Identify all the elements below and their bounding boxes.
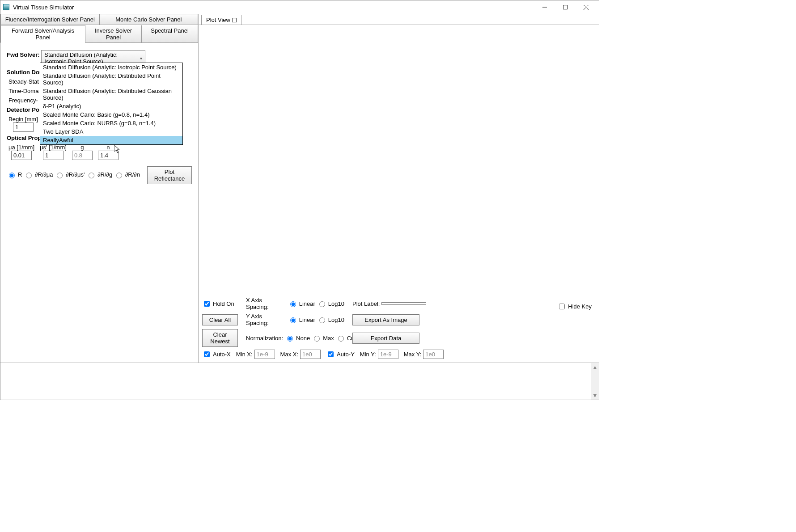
radio-drg[interactable]: ∂R/∂g xyxy=(86,171,112,178)
dd-item-4[interactable]: Scaled Monte Carlo: Basic (g=0.8, n=1.4) xyxy=(40,110,182,119)
musp-input[interactable]: 1 xyxy=(43,151,64,160)
vertical-scrollbar[interactable]: ▲ ▼ xyxy=(591,363,599,400)
minimize-button[interactable] xyxy=(534,0,555,14)
min-y-label: Min Y: xyxy=(360,351,376,358)
plot-label-input[interactable] xyxy=(381,302,426,305)
y-linear-radio[interactable]: Linear xyxy=(288,316,315,323)
min-x-label: Min X: xyxy=(236,351,253,358)
plot-label-label: Plot Label: xyxy=(352,300,380,307)
max-y-label: Max Y: xyxy=(404,351,422,358)
x-log10-radio[interactable]: Log10 xyxy=(317,300,344,307)
dd-item-7[interactable]: ReallyAwful xyxy=(40,136,182,144)
right-panel: Plot View Hide Key Hold On X Axis Spacin… xyxy=(199,14,599,363)
scroll-down-icon[interactable]: ▼ xyxy=(592,392,598,399)
g-label: g xyxy=(80,144,84,151)
plot-reflectance-button[interactable]: Plot Reflectance xyxy=(147,166,192,184)
radio-drn[interactable]: ∂R/∂n xyxy=(114,171,140,178)
dd-item-6[interactable]: Two Layer SDA xyxy=(40,127,182,136)
export-data-button[interactable]: Export Data xyxy=(352,333,419,344)
tab-spectral[interactable]: Spectral Panel xyxy=(142,25,198,43)
app-window: Virtual Tissue Simulator Fluence/Interro… xyxy=(0,0,599,400)
dd-item-0[interactable]: Standard Diffusion (Analytic: Isotropic … xyxy=(40,63,182,72)
dd-item-3[interactable]: δ-P1 (Analytic) xyxy=(40,102,182,110)
maximize-button[interactable] xyxy=(555,0,576,14)
window-title: Virtual Tissue Simulator xyxy=(13,4,534,11)
dd-item-5[interactable]: Scaled Monte Carlo: NURBS (g=0.8, n=1.4) xyxy=(40,119,182,127)
begin-label: Begin [mm] xyxy=(8,116,38,122)
plot-tab-icon xyxy=(232,18,237,22)
max-x-input[interactable]: 1e0 xyxy=(300,350,321,359)
chevron-down-icon: ▾ xyxy=(140,56,142,61)
n-input[interactable]: 1.4 xyxy=(98,151,119,160)
plot-tab-label: Plot View xyxy=(206,17,230,23)
dd-item-2[interactable]: Standard Diffusion (Analytic: Distribute… xyxy=(40,87,182,102)
scroll-up-icon[interactable]: ▲ xyxy=(592,364,598,371)
min-y-input[interactable]: 1e-9 xyxy=(378,350,398,359)
radio-drmua[interactable]: ∂R/∂μa xyxy=(24,171,53,178)
close-button[interactable] xyxy=(576,0,596,14)
max-y-input[interactable]: 1e0 xyxy=(423,350,444,359)
min-x-input[interactable]: 1e-9 xyxy=(254,350,275,359)
hold-on-checkbox[interactable]: Hold On xyxy=(202,300,238,308)
musp-label: μs' [1/mm] xyxy=(40,144,67,151)
tab-plot-view[interactable]: Plot View xyxy=(201,15,241,25)
radio-r[interactable]: R xyxy=(7,171,22,178)
tab-fluence[interactable]: Fluence/Interrogation Solver Panel xyxy=(0,14,100,25)
clear-all-button[interactable]: Clear All xyxy=(202,314,238,325)
fwd-solver-dropdown[interactable]: Standard Diffusion (Analytic: Isotropic … xyxy=(40,63,183,145)
mua-input[interactable]: 0.01 xyxy=(11,151,32,160)
fwd-solver-label: Fwd Solver: xyxy=(7,51,40,58)
plot-controls: Hold On X Axis Spacing: Linear Log10 Plo… xyxy=(199,295,597,361)
left-panel: Fluence/Interrogation Solver Panel Monte… xyxy=(0,14,199,363)
export-image-button[interactable]: Export As Image xyxy=(352,314,419,325)
svg-rect-1 xyxy=(563,5,567,9)
begin-input[interactable]: 1 xyxy=(13,122,34,132)
x-linear-radio[interactable]: Linear xyxy=(288,300,315,307)
max-x-label: Max X: xyxy=(280,351,298,358)
titlebar[interactable]: Virtual Tissue Simulator xyxy=(0,0,599,14)
n-label: n xyxy=(106,144,110,151)
clear-newest-button[interactable]: Clear Newest xyxy=(202,329,238,347)
tab-forward-solver[interactable]: Forward Solver/Analysis Panel xyxy=(0,25,85,43)
tab-inverse-solver[interactable]: Inverse Solver Panel xyxy=(85,25,142,43)
status-pane: ▲ ▼ xyxy=(0,363,599,400)
dd-item-1[interactable]: Standard Diffusion (Analytic: Distribute… xyxy=(40,72,182,87)
g-input: 0.8 xyxy=(72,151,93,160)
radio-drmusp[interactable]: ∂R/∂μs' xyxy=(55,171,85,178)
plot-area: Hide Key Hold On X Axis Spacing: Linear … xyxy=(199,25,599,363)
y-log10-radio[interactable]: Log10 xyxy=(317,316,344,323)
app-icon xyxy=(3,4,9,10)
auto-y-checkbox[interactable]: Auto-Y xyxy=(326,350,355,359)
auto-x-checkbox[interactable]: Auto-X xyxy=(202,350,231,359)
norm-none-radio[interactable]: None xyxy=(285,334,310,342)
x-spacing-label: X Axis Spacing: xyxy=(246,297,286,310)
norm-max-radio[interactable]: Max xyxy=(312,334,334,342)
normalization-label: Normalization: xyxy=(246,335,283,342)
tab-monte-carlo[interactable]: Monte Carlo Solver Panel xyxy=(100,14,199,25)
y-spacing-label: Y Axis Spacing: xyxy=(246,313,286,326)
mua-label: μa [1/mm] xyxy=(8,144,34,151)
